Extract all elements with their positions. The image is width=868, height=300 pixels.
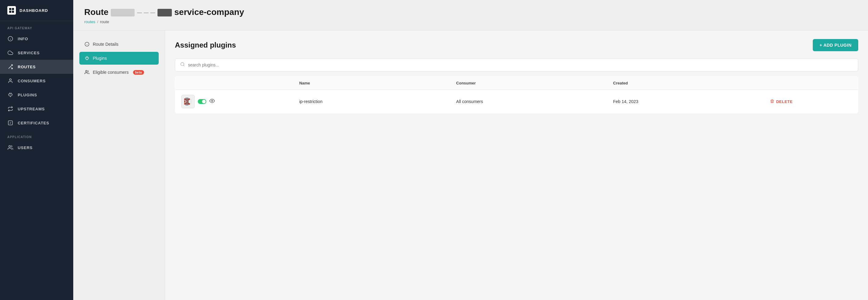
search-icon xyxy=(180,62,185,68)
breadcrumb: routes / route xyxy=(84,20,857,24)
page-title: Route ████ ─ ─ ─ ██ service-company xyxy=(84,7,857,17)
sidebar-item-users[interactable]: USERS xyxy=(0,140,73,155)
info-icon xyxy=(7,36,13,42)
certificate-icon xyxy=(7,120,13,126)
sidebar-item-services[interactable]: SERVICES xyxy=(0,46,73,60)
nav-item-route-details-label: Route Details xyxy=(93,42,118,47)
sidebar-section-label-app: APPLICATION xyxy=(0,130,73,140)
sidebar-item-plugins[interactable]: PLUGINS xyxy=(0,88,73,102)
nav-item-eligible-consumers[interactable]: Eligible consumers beta xyxy=(79,66,159,79)
svg-point-9 xyxy=(9,79,11,80)
breadcrumb-routes-link[interactable]: routes xyxy=(84,20,95,24)
svg-rect-20 xyxy=(187,98,188,105)
sidebar-section-application: APPLICATION USERS xyxy=(0,130,73,155)
plugin-created: Feb 14, 2023 xyxy=(607,90,764,113)
sidebar-item-certificates-label: CERTIFICATES xyxy=(18,121,49,125)
sidebar-item-upstreams[interactable]: UPSTREAMS xyxy=(0,102,73,116)
route-details-icon xyxy=(84,41,90,47)
col-header-created: Created xyxy=(607,76,764,90)
col-header-action xyxy=(764,76,858,90)
cloud-icon xyxy=(7,50,13,56)
sidebar-item-info[interactable]: INFO xyxy=(0,32,73,46)
users-icon xyxy=(7,144,13,151)
sidebar-item-consumers[interactable]: CONSUMERS xyxy=(0,74,73,88)
add-plugin-button[interactable]: + ADD PLUGIN xyxy=(813,39,858,51)
svg-rect-1 xyxy=(12,8,14,10)
sidebar-section-api-gateway: API GATEWAY INFO SERVICES ROUTES CONSUME… xyxy=(0,21,73,130)
plugin-action-cell: DELETE xyxy=(764,90,858,113)
col-header-icon xyxy=(175,76,293,90)
table-row: ip-restriction All consumers Feb 14, 202… xyxy=(175,90,858,113)
sidebar-item-consumers-label: CONSUMERS xyxy=(18,79,46,83)
svg-rect-3 xyxy=(12,11,14,13)
upstreams-icon xyxy=(7,106,13,112)
sidebar-logo-label: DASHBOARD xyxy=(20,8,48,13)
svg-point-25 xyxy=(212,100,213,102)
nav-item-route-details[interactable]: Route Details xyxy=(79,38,159,51)
plugins-header: Assigned plugins + ADD PLUGIN xyxy=(175,39,858,51)
search-bar xyxy=(175,59,858,71)
breadcrumb-separator: / xyxy=(97,20,98,24)
dashboard-icon xyxy=(7,6,16,14)
plugin-toggle[interactable] xyxy=(198,99,206,104)
table-body: ip-restriction All consumers Feb 14, 202… xyxy=(175,90,858,113)
nav-item-plugins[interactable]: Plugins xyxy=(79,52,159,65)
plugins-table: Name Consumer Created xyxy=(175,76,858,113)
left-panel: Route Details Plugins Eligible consumers… xyxy=(73,31,165,300)
eligible-consumers-icon xyxy=(84,69,90,75)
svg-point-15 xyxy=(86,70,87,72)
sidebar-item-users-label: USERS xyxy=(18,145,33,150)
beta-badge: beta xyxy=(133,70,144,75)
sidebar-item-routes-label: ROUTES xyxy=(18,65,36,69)
svg-rect-2 xyxy=(9,11,11,13)
breadcrumb-current: route xyxy=(100,20,109,24)
nav-item-eligible-consumers-label: Eligible consumers xyxy=(93,70,129,75)
delete-button[interactable]: DELETE xyxy=(770,99,793,104)
sidebar: DASHBOARD API GATEWAY INFO SERVICES ROUT… xyxy=(0,0,73,300)
main-content: Route ████ ─ ─ ─ ██ service-company rout… xyxy=(73,0,868,300)
consumer-icon xyxy=(7,78,13,84)
svg-point-16 xyxy=(181,63,184,66)
table-header: Name Consumer Created xyxy=(175,76,858,90)
svg-line-17 xyxy=(183,65,184,66)
sidebar-item-info-label: INFO xyxy=(18,37,28,41)
plugins-title: Assigned plugins xyxy=(175,41,236,49)
plugin-consumer: All consumers xyxy=(450,90,607,113)
plugin-name: ip-restriction xyxy=(293,90,450,113)
trash-icon xyxy=(770,99,774,104)
plugin-icon-cell xyxy=(175,90,293,113)
col-header-consumer: Consumer xyxy=(450,76,607,90)
plug-icon xyxy=(7,92,13,98)
right-panel: Assigned plugins + ADD PLUGIN Name Consu… xyxy=(165,31,868,300)
routes-icon xyxy=(7,64,13,70)
nav-item-plugins-label: Plugins xyxy=(93,56,107,61)
plugins-nav-icon xyxy=(84,56,90,61)
eye-icon[interactable] xyxy=(209,98,215,105)
svg-rect-0 xyxy=(9,8,11,10)
sidebar-item-upstreams-label: UPSTREAMS xyxy=(18,107,45,111)
search-input[interactable] xyxy=(188,63,280,67)
sidebar-item-services-label: SERVICES xyxy=(18,51,40,55)
sidebar-item-plugins-label: PLUGINS xyxy=(18,93,37,97)
sidebar-section-label-api: API GATEWAY xyxy=(0,21,73,32)
sidebar-logo[interactable]: DASHBOARD xyxy=(0,0,73,21)
page-header: Route ████ ─ ─ ─ ██ service-company rout… xyxy=(73,0,868,31)
content-area: Route Details Plugins Eligible consumers… xyxy=(73,31,868,300)
sidebar-item-routes[interactable]: ROUTES xyxy=(0,60,73,74)
svg-point-11 xyxy=(9,145,11,147)
sidebar-item-certificates[interactable]: CERTIFICATES xyxy=(0,116,73,130)
col-header-name: Name xyxy=(293,76,450,90)
ip-restriction-icon xyxy=(181,95,195,108)
